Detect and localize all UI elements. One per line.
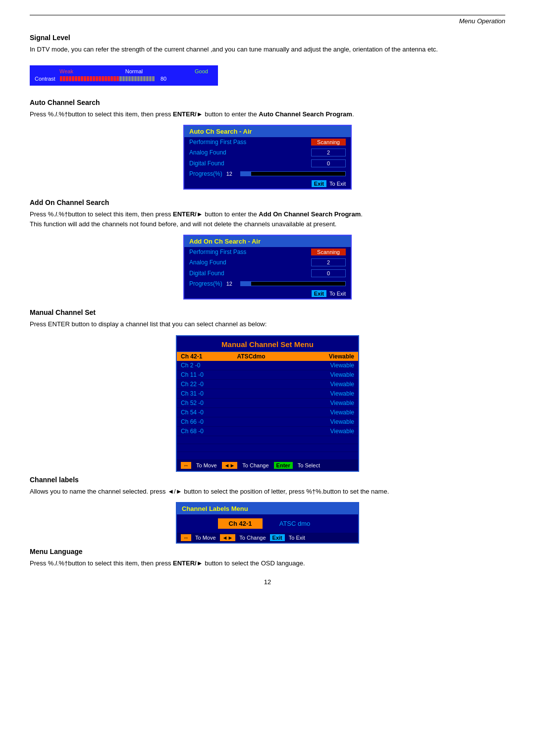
add-on-footer-text: To Exit — [329, 291, 346, 297]
move-icon: ↔ — [181, 462, 191, 469]
manual-row-6[interactable]: Ch 66 -0 Viewable — [177, 417, 358, 427]
manual-row-col2 — [237, 371, 308, 378]
ch-change-icon: ◄► — [220, 534, 236, 541]
bar-seg-gray — [128, 76, 131, 81]
add-on-row2-value: 2 — [311, 258, 346, 266]
change-label: To Change — [242, 462, 268, 468]
manual-row-col2 — [237, 418, 308, 425]
signal-level-section: Signal Level In DTV mode, you can refer … — [30, 34, 505, 95]
auto-search-progress-bar-inner — [241, 172, 251, 176]
manual-row-9[interactable] — [177, 444, 358, 452]
ch-exit-btn[interactable]: Exit — [270, 534, 285, 541]
add-on-desc2: This function will add the channels not … — [30, 220, 336, 228]
manual-row-col2 — [237, 390, 308, 397]
ch-exit-text: To Exit — [289, 535, 305, 541]
bar-seg-red — [60, 76, 62, 81]
signal-level-description: In DTV mode, you can refer the strength … — [30, 45, 505, 54]
add-on-progress-num: 12 — [226, 281, 236, 287]
manual-channel-set-section: Manual Channel Set Press ENTER button to… — [30, 308, 505, 472]
manual-row-3[interactable]: Ch 31 -0 Viewable — [177, 389, 358, 399]
channel-labels-desc: Allows you to name the channel selected.… — [30, 487, 505, 497]
ch-move-label: To Move — [195, 535, 216, 541]
signal-level-title: Signal Level — [30, 34, 505, 42]
manual-row-col2 — [237, 400, 308, 406]
page-number: 12 — [30, 578, 505, 586]
add-on-exit-btn[interactable]: Exit — [312, 290, 326, 297]
manual-row-2[interactable]: Ch 22 -0 Viewable — [177, 380, 358, 389]
manual-row-col3 — [307, 437, 354, 443]
bar-seg-gray — [152, 76, 155, 81]
add-on-row3: Digital Found 0 — [184, 268, 351, 279]
bar-seg-gray — [119, 76, 122, 81]
manual-row-col1: Ch 31 -0 — [181, 390, 237, 397]
add-on-row2: Analog Found 2 — [184, 257, 351, 268]
auto-channel-search-section: Auto Channel Search Press %.l.%†button t… — [30, 99, 505, 190]
manual-row-col3: Viewable — [307, 418, 354, 425]
manual-row-col3: Viewable — [307, 371, 354, 378]
manual-row-col3 — [307, 445, 354, 451]
auto-search-footer-text: To Exit — [329, 181, 346, 187]
manual-row-col2 — [237, 409, 308, 416]
bar-seg-red — [81, 76, 83, 81]
good-label: Good — [195, 68, 208, 74]
bar-seg-red — [72, 76, 74, 81]
manual-row-0[interactable]: Ch 2 -0 Viewable — [177, 361, 358, 370]
auto-search-exit-btn[interactable]: Exit — [312, 180, 326, 187]
bar-seg-red — [105, 76, 107, 81]
add-on-row3-value: 0 — [311, 269, 346, 277]
manual-row-col3: Viewable — [307, 362, 354, 369]
manual-menu-header: Ch 42-1 ATSCdmo Viewable — [177, 352, 358, 361]
add-on-box-title: Add On Ch Search - Air — [184, 236, 351, 247]
bar-seg-red — [84, 76, 86, 81]
auto-search-row3-value: 0 — [311, 159, 346, 167]
manual-row-col2 — [237, 362, 308, 369]
weak-label: Weak — [59, 68, 73, 74]
enter-btn[interactable]: Enter — [274, 462, 293, 469]
add-on-progress-row: Progress(%) 12 — [184, 279, 351, 289]
bar-seg-red — [78, 76, 80, 81]
manual-row-4[interactable]: Ch 52 -0 Viewable — [177, 399, 358, 408]
add-on-program-bold: Add On Channel Search Program — [259, 210, 361, 218]
manual-channel-menu: Manual Channel Set Menu Ch 42-1 ATSCdmo … — [176, 335, 359, 472]
add-on-progress-bar-inner — [241, 282, 251, 286]
signal-bar — [60, 76, 155, 81]
ch-change-label: To Change — [239, 535, 266, 541]
auto-search-row1: Performing First Pass Scanning — [184, 137, 351, 147]
manual-row-col2 — [237, 445, 308, 451]
bar-seg-red — [96, 76, 98, 81]
auto-search-row2-value: 2 — [311, 149, 346, 156]
manual-row-col3: Viewable — [307, 400, 354, 406]
manual-row-col3: Viewable — [307, 381, 354, 388]
manual-row-col3: Viewable — [307, 428, 354, 435]
channel-labels-menu: Channel Labels Menu Ch 42-1 ATSC dmo ↔ T… — [176, 502, 359, 544]
bar-seg-red — [75, 76, 77, 81]
manual-rows-container: Ch 2 -0 ViewableCh 11 -0 ViewableCh 22 -… — [177, 361, 358, 460]
bar-seg-red — [113, 76, 116, 81]
bar-seg-red — [69, 76, 71, 81]
manual-row-7[interactable]: Ch 68 -0 Viewable — [177, 427, 358, 436]
auto-channel-search-title: Auto Channel Search — [30, 99, 505, 106]
bar-seg-gray — [131, 76, 134, 81]
manual-row-col2 — [237, 381, 308, 388]
bar-value: 80 — [160, 76, 166, 82]
contrast-label: Contrast — [35, 76, 57, 82]
auto-search-progress-num: 12 — [226, 171, 236, 177]
auto-channel-search-box: Auto Ch Search - Air Performing First Pa… — [183, 125, 352, 190]
manual-row-8[interactable] — [177, 436, 358, 444]
auto-search-row2-label: Analog Found — [189, 149, 226, 156]
bar-seg-red — [63, 76, 65, 81]
auto-search-footer: Exit To Exit — [184, 179, 351, 189]
ch-labels-menu-title: Channel Labels Menu — [177, 503, 358, 514]
add-on-progress-label: Progress(%) — [189, 280, 222, 287]
signal-bar-widget: Weak Normal Good Contrast — [30, 65, 218, 86]
menu-language-section: Menu Language Press %.l.%†button to sele… — [30, 548, 505, 568]
channel-labels-title: Channel labels — [30, 476, 505, 484]
add-on-title: Add On Channel Search — [30, 199, 505, 206]
manual-header-col1: Ch 42-1 — [181, 353, 237, 360]
signal-bar-labels: Weak Normal Good — [35, 68, 213, 74]
manual-row-1[interactable]: Ch 11 -0 Viewable — [177, 370, 358, 380]
ch-labels-nav: ↔ To Move ◄► To Change Exit To Exit — [177, 533, 358, 543]
manual-row-10[interactable] — [177, 452, 358, 460]
bar-seg-gray — [137, 76, 140, 81]
manual-row-5[interactable]: Ch 54 -0 Viewable — [177, 408, 358, 417]
